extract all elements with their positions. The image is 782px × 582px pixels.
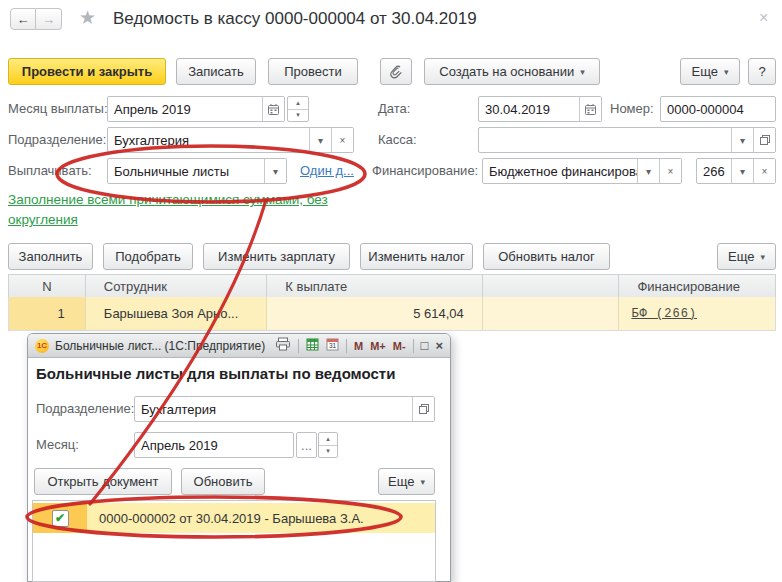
- col-employee[interactable]: Сотрудник: [86, 275, 268, 297]
- update-tax-button[interactable]: Обновить налог: [483, 243, 610, 270]
- cell-employee: Барышева Зоя Арно...: [86, 297, 268, 330]
- memory-plus-button[interactable]: М+: [370, 340, 386, 352]
- spin-down-icon[interactable]: ▾: [288, 110, 308, 122]
- attachments-button[interactable]: [380, 58, 412, 85]
- col-amount[interactable]: К выплате: [267, 275, 482, 297]
- chevron-down-icon[interactable]: ▾: [264, 159, 286, 183]
- paperclip-icon: [388, 64, 404, 80]
- dialog-more-button[interactable]: Еще ▾: [378, 468, 435, 495]
- dialog-month-field[interactable]: Апрель 2019: [134, 432, 294, 458]
- page-title: Ведомость в кассу 0000-000004 от 30.04.2…: [113, 9, 477, 29]
- cell-financing: БФ (266): [619, 297, 775, 330]
- pay-month-stepper[interactable]: ▴ ▾: [287, 96, 309, 122]
- dialog-department-field[interactable]: Бухгалтерия: [134, 396, 435, 422]
- spin-up-icon[interactable]: ▴: [319, 433, 337, 446]
- col-empty[interactable]: [483, 275, 620, 297]
- spin-up-icon[interactable]: ▴: [288, 97, 308, 110]
- 1c-logo-icon: 1С: [35, 339, 49, 353]
- pay-month-label: Месяц выплаты:: [8, 96, 108, 122]
- clear-icon[interactable]: ×: [753, 159, 775, 183]
- divider: [413, 339, 414, 353]
- change-tax-button[interactable]: Изменить налог: [360, 243, 473, 270]
- sick-leave-dialog: 1С Больничные лист... (1С:Предприятие) 3…: [27, 333, 451, 582]
- clear-icon[interactable]: ×: [331, 128, 353, 152]
- nav-buttons: ← →: [10, 8, 62, 30]
- cash-desk-field[interactable]: ▾: [478, 127, 776, 153]
- number-label: Номер:: [610, 96, 654, 122]
- calendar-31-icon[interactable]: 31: [326, 337, 339, 355]
- dialog-month-label: Месяц:: [36, 432, 79, 458]
- memory-button[interactable]: М: [354, 340, 363, 352]
- change-salary-button[interactable]: Изменить зарплату: [203, 243, 350, 270]
- chevron-down-icon[interactable]: ▾: [309, 128, 331, 152]
- help-button[interactable]: ?: [748, 58, 776, 85]
- table-row[interactable]: 1 Барышева Зоя Арно... 5 614,04 БФ (266): [8, 297, 776, 331]
- chevron-down-icon: ▾: [724, 67, 729, 77]
- pay-month-field[interactable]: Апрель 2019: [107, 96, 285, 122]
- forward-button[interactable]: →: [36, 8, 62, 30]
- arrow-left-icon: ←: [17, 12, 30, 27]
- favorite-star-icon[interactable]: ★: [79, 6, 96, 29]
- memory-minus-button[interactable]: М-: [393, 340, 406, 352]
- back-button[interactable]: ←: [10, 8, 36, 30]
- spreadsheet-icon[interactable]: [306, 337, 319, 355]
- cell-amount: 5 614,04: [267, 297, 482, 330]
- dialog-titlebar[interactable]: 1С Больничные лист... (1С:Предприятие) 3…: [28, 334, 450, 358]
- pay-out-select[interactable]: Больничные листы ▾: [107, 158, 287, 184]
- chevron-down-icon: ▾: [580, 67, 585, 77]
- spin-down-icon[interactable]: ▾: [319, 446, 337, 458]
- one-document-link[interactable]: Один д...: [300, 163, 354, 178]
- chevron-down-icon[interactable]: ▾: [731, 128, 753, 152]
- date-label: Дата:: [378, 96, 410, 122]
- col-n[interactable]: N: [9, 275, 86, 297]
- calendar-icon[interactable]: [262, 97, 284, 121]
- chevron-down-icon[interactable]: ▾: [637, 159, 659, 183]
- more-button[interactable]: Еще ▾: [680, 58, 740, 85]
- dialog-title: Больничные лист... (1С:Предприятие): [55, 339, 265, 353]
- checkbox-checked[interactable]: ✔: [52, 510, 69, 527]
- financing-label: Финансирование:: [372, 158, 478, 184]
- table-header: N Сотрудник К выплате Финансирование: [8, 274, 776, 298]
- dialog-month-stepper[interactable]: ▴ ▾: [318, 432, 338, 458]
- pay-out-label: Выплачивать:: [8, 158, 92, 184]
- open-icon[interactable]: [412, 397, 434, 421]
- list-item[interactable]: ✔ 0000-000002 от 30.04.2019 - Барышева З…: [33, 503, 435, 533]
- table-more-button[interactable]: Еще ▾: [717, 243, 776, 270]
- date-field[interactable]: 30.04.2019: [478, 96, 602, 122]
- pick-button[interactable]: Подобрать: [103, 243, 193, 270]
- post-button[interactable]: Провести: [268, 58, 358, 85]
- fill-sums-link[interactable]: Заполнение всеми причитающимися суммами,…: [8, 192, 328, 207]
- dialog-month-ellipsis-button[interactable]: ...: [296, 432, 317, 458]
- sick-leave-list: ✔ 0000-000002 от 30.04.2019 - Барышева З…: [32, 500, 436, 582]
- fill-button[interactable]: Заполнить: [8, 243, 93, 270]
- create-based-on-button[interactable]: Создать на основании ▾: [424, 58, 600, 85]
- financing-link[interactable]: БФ (266): [631, 307, 697, 321]
- close-icon[interactable]: ×: [759, 9, 768, 27]
- chevron-down-icon[interactable]: ▾: [731, 159, 753, 183]
- financing-code-field[interactable]: 266 ▾ ×: [696, 158, 776, 184]
- checkbox-cell: ✔: [33, 503, 87, 533]
- write-button[interactable]: Записать: [176, 58, 256, 85]
- financing-field[interactable]: Бюджетное финансирован ▾ ×: [482, 158, 682, 184]
- list-item-label: 0000-000002 от 30.04.2019 - Барышева З.А…: [87, 503, 435, 533]
- refresh-button[interactable]: Обновить: [181, 468, 265, 495]
- open-icon[interactable]: [753, 128, 775, 152]
- print-icon[interactable]: [275, 337, 291, 355]
- cell-n: 1: [9, 297, 86, 330]
- fill-sums-link-line2[interactable]: округления: [8, 212, 78, 227]
- svg-text:31: 31: [329, 342, 337, 349]
- number-field[interactable]: 0000-000004: [660, 96, 776, 122]
- divider: [298, 339, 299, 353]
- calendar-icon[interactable]: [579, 97, 601, 121]
- dialog-close-icon[interactable]: ×: [435, 339, 443, 352]
- chevron-down-icon: ▾: [760, 252, 765, 262]
- open-document-button[interactable]: Открыть документ: [34, 468, 172, 495]
- app-window: ← → ★ Ведомость в кассу 0000-000004 от 3…: [0, 0, 782, 582]
- post-and-close-button[interactable]: Провести и закрыть: [8, 58, 166, 85]
- col-financing[interactable]: Финансирование: [619, 275, 775, 297]
- clear-icon[interactable]: ×: [659, 159, 681, 183]
- maximize-icon[interactable]: □: [421, 339, 429, 352]
- cell-empty: [483, 297, 620, 330]
- chevron-down-icon: ▾: [420, 477, 425, 487]
- department-field[interactable]: Бухгалтерия ▾ ×: [107, 127, 354, 153]
